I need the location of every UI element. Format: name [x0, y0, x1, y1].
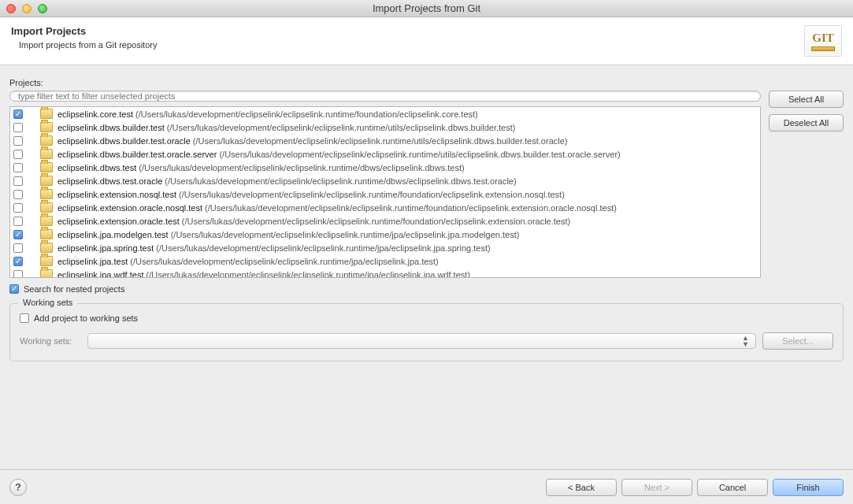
cancel-button[interactable]: Cancel: [697, 479, 768, 496]
folder-icon: [40, 149, 53, 159]
project-checkbox[interactable]: ✓: [13, 257, 23, 266]
project-label: eclipselink.dbws.builder.test (/Users/lu…: [57, 123, 515, 132]
window-zoom-icon[interactable]: [38, 4, 47, 13]
add-to-working-sets-checkbox[interactable]: [20, 313, 29, 323]
project-checkbox[interactable]: [13, 176, 23, 186]
project-row[interactable]: eclipselink.extension.oracle.nosql.test …: [10, 201, 760, 214]
add-to-working-sets-label: Add project to working sets: [34, 313, 138, 323]
project-label: eclipselink.extension.oracle.nosql.test …: [57, 203, 617, 213]
project-row[interactable]: ✓eclipselink.core.test (/Users/lukas/dev…: [10, 107, 760, 120]
traffic-lights: [6, 4, 47, 13]
project-checkbox[interactable]: [13, 203, 23, 213]
folder-icon: [40, 216, 53, 226]
project-checkbox[interactable]: [13, 270, 23, 279]
search-nested-label: Search for nested projects: [24, 284, 124, 294]
folder-icon: [40, 122, 53, 132]
project-row[interactable]: eclipselink.dbws.builder.test.oracle (/U…: [10, 134, 760, 147]
folder-icon: [40, 229, 53, 239]
project-label: eclipselink.dbws.test.oracle (/Users/luk…: [57, 176, 517, 186]
project-checkbox[interactable]: [13, 163, 23, 172]
project-row[interactable]: eclipselink.dbws.test.oracle (/Users/luk…: [10, 174, 760, 187]
help-icon[interactable]: ?: [9, 479, 27, 496]
project-checkbox[interactable]: [13, 123, 23, 132]
folder-icon: [40, 269, 53, 278]
project-row[interactable]: eclipselink.extension.oracle.test (/User…: [10, 214, 760, 228]
titlebar: Import Projects from Git: [0, 0, 853, 17]
working-sets-legend: Working sets: [18, 298, 77, 307]
finish-button[interactable]: Finish: [773, 479, 844, 496]
project-checkbox[interactable]: [13, 217, 23, 226]
page-subtitle: Import projects from a Git repository: [19, 40, 157, 50]
working-sets-combo[interactable]: ▲▼: [87, 333, 756, 349]
folder-icon: [40, 176, 53, 186]
project-label: eclipselink.jpa.spring.test (/Users/luka…: [57, 243, 491, 253]
working-sets-group: Working sets Add project to working sets…: [9, 303, 844, 361]
project-row[interactable]: eclipselink.dbws.builder.test.oracle.ser…: [10, 147, 760, 161]
project-checkbox[interactable]: [13, 190, 23, 199]
project-row[interactable]: eclipselink.dbws.builder.test (/Users/lu…: [10, 120, 760, 134]
deselect-all-button[interactable]: Deselect All: [769, 114, 844, 132]
project-checkbox[interactable]: ✓: [13, 109, 23, 119]
search-nested-checkbox[interactable]: ✓: [9, 284, 19, 294]
project-label: eclipselink.jpa.modelgen.test (/Users/lu…: [57, 230, 519, 239]
project-label: eclipselink.jpa.wdf.test (/Users/lukas/d…: [57, 270, 470, 279]
project-checkbox[interactable]: [13, 136, 23, 146]
filter-input[interactable]: [9, 91, 761, 102]
window-close-icon[interactable]: [6, 4, 16, 13]
project-row[interactable]: eclipselink.extension.nosql.test (/Users…: [10, 187, 760, 201]
next-button[interactable]: Next >: [621, 479, 692, 496]
project-label: eclipselink.extension.oracle.test (/User…: [57, 217, 570, 226]
folder-icon: [40, 256, 53, 266]
folder-icon: [40, 109, 53, 119]
wizard-header: Import Projects Import projects from a G…: [0, 17, 853, 65]
project-label: eclipselink.dbws.builder.test.oracle (/U…: [57, 136, 567, 146]
git-logo-icon: GIT: [804, 25, 842, 57]
back-button[interactable]: < Back: [546, 479, 617, 496]
wizard-footer: ? < Back Next > Cancel Finish: [0, 469, 853, 504]
project-row[interactable]: eclipselink.dbws.test (/Users/lukas/deve…: [10, 161, 760, 174]
working-sets-combo-label: Working sets:: [20, 336, 81, 346]
project-label: eclipselink.core.test (/Users/lukas/deve…: [57, 109, 478, 119]
project-row[interactable]: eclipselink.jpa.wdf.test (/Users/lukas/d…: [10, 268, 760, 278]
folder-icon: [40, 189, 53, 199]
project-row[interactable]: ✓eclipselink.jpa.modelgen.test (/Users/l…: [10, 228, 760, 241]
folder-icon: [40, 162, 53, 172]
combo-arrows-icon: ▲▼: [742, 335, 749, 347]
project-row[interactable]: ✓eclipselink.jpa.test (/Users/lukas/deve…: [10, 254, 760, 268]
window-title: Import Projects from Git: [0, 2, 853, 14]
project-checkbox[interactable]: [13, 150, 23, 159]
project-label: eclipselink.dbws.builder.test.oracle.ser…: [57, 150, 621, 159]
projects-label: Projects:: [9, 78, 844, 87]
select-all-button[interactable]: Select All: [769, 91, 844, 108]
window-minimize-icon[interactable]: [22, 4, 32, 13]
working-sets-select-button[interactable]: Select...: [762, 332, 833, 350]
project-checkbox[interactable]: [13, 243, 23, 253]
project-label: eclipselink.extension.nosql.test (/Users…: [57, 190, 565, 199]
project-label: eclipselink.jpa.test (/Users/lukas/devel…: [57, 257, 439, 266]
page-title: Import Projects: [11, 25, 157, 37]
folder-icon: [40, 135, 53, 146]
project-row[interactable]: eclipselink.jpa.spring.test (/Users/luka…: [10, 241, 760, 254]
project-label: eclipselink.dbws.test (/Users/lukas/deve…: [57, 163, 465, 172]
folder-icon: [40, 243, 53, 253]
folder-icon: [40, 202, 53, 213]
project-checkbox[interactable]: ✓: [13, 230, 23, 239]
projects-list[interactable]: ✓eclipselink.core.test (/Users/lukas/dev…: [9, 106, 761, 278]
wizard-content: Projects: ✓eclipselink.core.test (/Users…: [0, 65, 853, 361]
